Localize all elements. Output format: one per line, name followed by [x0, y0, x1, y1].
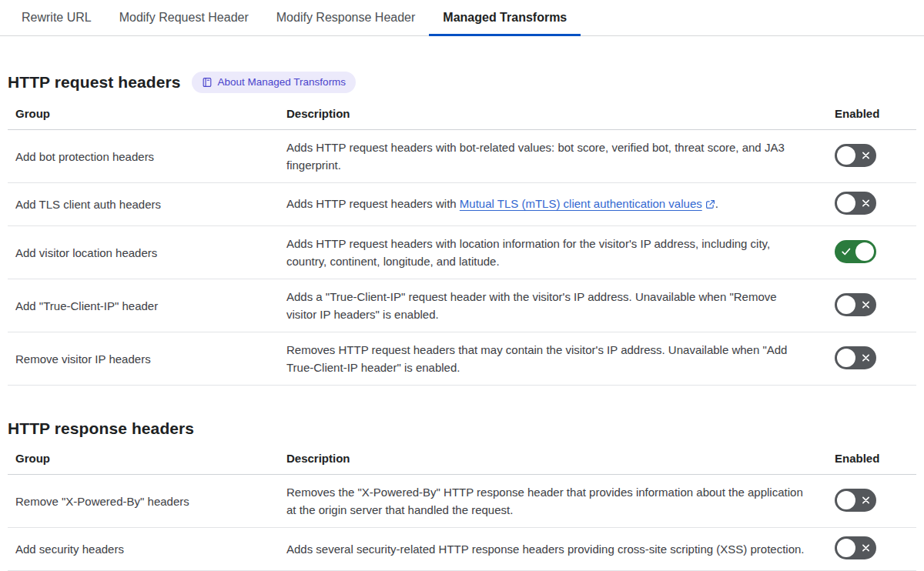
column-header-description: Description: [286, 107, 824, 120]
column-header-enabled: Enabled: [824, 452, 916, 465]
group-label: Add TLS client auth headers: [8, 198, 286, 211]
tab-rewrite-url[interactable]: Rewrite URL: [8, 0, 105, 36]
group-label: Remove "X-Powered-By" headers: [8, 495, 286, 508]
book-icon: [202, 77, 213, 88]
toggle-add-visitor-location-headers[interactable]: [835, 240, 876, 263]
toggle-knob: [837, 296, 855, 314]
table-row: Add bot protection headers Adds HTTP req…: [8, 130, 916, 183]
description-text: Removes the "X-Powered-By" HTTP response…: [286, 483, 824, 519]
group-label: Remove visitor IP headers: [8, 352, 286, 366]
toggle-knob: [837, 146, 855, 165]
table-row: Add visitor location headers Adds HTTP r…: [8, 226, 916, 279]
toggle-knob: [837, 491, 855, 509]
toggle-add-tls-client-auth-headers[interactable]: [835, 192, 876, 215]
check-icon: [841, 246, 852, 257]
tab-managed-transforms[interactable]: Managed Transforms: [429, 0, 581, 36]
table-row: Remove visitor IP headers Removes HTTP r…: [8, 332, 916, 386]
description-text: Adds HTTP request headers with location …: [286, 235, 824, 270]
x-icon: [861, 299, 871, 309]
group-label: Add bot protection headers: [8, 150, 286, 163]
x-icon: [861, 199, 871, 209]
description-text-before: Adds HTTP request headers with: [286, 197, 460, 210]
x-icon: [861, 495, 871, 505]
toggle-add-true-client-ip-header[interactable]: [835, 293, 876, 316]
table-row: Add security headers Adds several securi…: [8, 528, 916, 571]
description-text: Removes HTTP request headers that may co…: [286, 341, 824, 376]
table-header-row: Group Description Enabled: [8, 101, 916, 130]
column-header-enabled: Enabled: [824, 107, 916, 120]
x-icon: [861, 150, 871, 160]
description-text: Adds HTTP request headers with Mutual TL…: [286, 195, 824, 214]
toggle-knob: [837, 349, 855, 367]
badge-label: About Managed Transforms: [218, 77, 346, 88]
column-header-group: Group: [8, 107, 286, 120]
x-icon: [861, 352, 871, 362]
description-text-after: .: [715, 197, 718, 210]
response-headers-section: HTTP response headers Group Description …: [8, 419, 916, 571]
toggle-remove-x-powered-by-headers[interactable]: [835, 489, 876, 512]
response-headers-title: HTTP response headers: [8, 419, 194, 438]
x-icon: [861, 543, 871, 553]
toggle-add-security-headers[interactable]: [835, 536, 876, 559]
group-label: Add "True-Client-IP" header: [8, 299, 286, 312]
toggle-knob: [837, 194, 855, 212]
tab-modify-response-header[interactable]: Modify Response Header: [263, 0, 430, 36]
description-text: Adds a "True-Client-IP" request header w…: [286, 288, 824, 323]
about-managed-transforms-badge[interactable]: About Managed Transforms: [192, 72, 357, 93]
table-row: Add TLS client auth headers Adds HTTP re…: [8, 183, 916, 226]
table-row: Add "True-Client-IP" header Adds a "True…: [8, 279, 916, 332]
toggle-add-bot-protection-headers[interactable]: [835, 144, 876, 167]
column-header-description: Description: [286, 452, 824, 465]
request-headers-table: Group Description Enabled Add bot protec…: [8, 101, 916, 386]
response-headers-table: Group Description Enabled Remove "X-Powe…: [8, 446, 916, 571]
toggle-knob: [837, 539, 855, 557]
description-text: Adds several security-related HTTP respo…: [286, 540, 824, 558]
toggle-knob: [855, 242, 874, 261]
table-header-row: Group Description Enabled: [8, 446, 916, 475]
description-text: Adds HTTP request headers with bot-relat…: [286, 139, 824, 174]
group-label: Add security headers: [8, 543, 286, 556]
request-headers-section: HTTP request headers About Managed Trans…: [8, 72, 916, 386]
column-header-group: Group: [8, 452, 286, 465]
external-link-icon[interactable]: [705, 199, 715, 212]
transform-rules-tab-bar: Rewrite URL Modify Request Header Modify…: [0, 0, 924, 36]
tab-modify-request-header[interactable]: Modify Request Header: [105, 0, 263, 36]
group-label: Add visitor location headers: [8, 246, 286, 259]
table-row: Remove "X-Powered-By" headers Removes th…: [8, 475, 916, 528]
toggle-remove-visitor-ip-headers[interactable]: [835, 346, 876, 369]
request-headers-title: HTTP request headers: [8, 73, 181, 92]
mtls-values-link[interactable]: Mutual TLS (mTLS) client authentication …: [460, 197, 702, 210]
